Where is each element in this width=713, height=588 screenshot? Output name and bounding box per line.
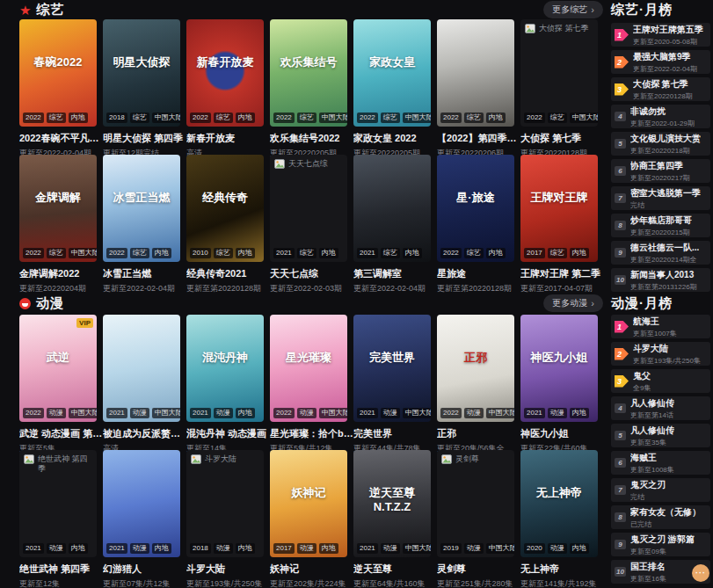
rank-item[interactable]: 1王牌对王牌第五季更新至2020-05-08期	[611, 23, 710, 47]
poster: 2021动漫中国大陆	[103, 315, 180, 422]
tag-badge: 内地	[403, 248, 422, 258]
video-card[interactable]: 逆天至尊 N.T.Z.Z2021动漫中国大陆逆天至尊更新至64集/共160集	[353, 450, 431, 588]
card-title: 完美世界	[353, 427, 437, 440]
rank-item-subtitle: 完结	[630, 200, 701, 210]
video-card[interactable]: 家政女皇2022综艺中国大陆家政女皇 2022更新至20220205期	[353, 19, 431, 159]
rank-item-title: 炒年糕店那哥哥	[630, 214, 692, 227]
chevron-right-icon: ›	[591, 4, 594, 15]
video-card[interactable]: 无上神帝2020动漫内地无上神帝更新至141集/共192集	[520, 450, 598, 588]
tag-badge: 动漫	[381, 408, 400, 418]
rank-item[interactable]: 9德云社德云一队...更新至20220214期全	[611, 241, 710, 265]
card-title: 无上神帝	[520, 563, 604, 576]
rank-badge: 9	[615, 248, 626, 258]
video-card[interactable]: 春碗20222022综艺内地2022春碗不平凡嗨Fun更新至2022-02-04…	[19, 19, 97, 159]
card-title: 大侦探 第七季	[520, 132, 604, 145]
video-card[interactable]: 完美世界2021动漫中国大陆完美世界更新至44集/共78集	[353, 315, 431, 454]
rank-item[interactable]: 2最强大脑第9季更新至2022-02-04期	[611, 50, 710, 74]
rank-item-title: 协商王第四季	[630, 160, 690, 172]
video-card[interactable]: 星·旅途2022综艺内地星旅途更新至第20220128期	[437, 155, 514, 294]
broken-alt-text: 大侦探 第七季	[539, 24, 589, 33]
rank-item-subtitle: 更新至193集/共250集	[633, 356, 701, 366]
rank-item[interactable]: 4非诚勿扰更新至2022-01-29期	[611, 105, 710, 128]
rank-item-texts: 大侦探 第七季更新至20220128期	[633, 78, 693, 101]
more-variety-label: 更多综艺	[552, 4, 587, 16]
rank-item[interactable]: 7鬼灭之刃完结	[611, 478, 710, 502]
rank-badge: 6	[615, 166, 626, 176]
tag-badge: 中国大陆	[486, 408, 514, 418]
rank-item-title: 凡人修仙传	[630, 425, 674, 437]
video-card[interactable]: 星光璀璨2022动漫中国大陆星光璀璨：拾个boss做老公更新至5集/共12集	[270, 315, 347, 454]
tag-badge: 2021	[357, 408, 378, 418]
poster-badges: 2022综艺中国大陆	[23, 248, 97, 258]
video-card[interactable]: 灵剑尊2019动漫中国大陆灵剑尊更新至251集/共280集	[437, 450, 514, 588]
video-card[interactable]: 经典传奇2010综艺内地经典传奇2021更新至第20220128期	[186, 155, 264, 294]
tag-badge: 2021	[23, 543, 44, 554]
poster-badges: 2022综艺内地	[23, 113, 88, 123]
card-subtitle: 更新至07集/共12集	[103, 578, 186, 588]
video-card[interactable]: 斗罗大陆2018动漫内地斗罗大陆更新至193集/共250集	[186, 450, 264, 588]
poster-title: 完美世界	[353, 351, 431, 365]
rank-item[interactable]: 9鬼灭之刃 游郭篇更新至09集	[611, 533, 710, 556]
card-title: 正邪	[437, 427, 520, 440]
video-card[interactable]: 2021动漫中国大陆被迫成为反派赘婿第二季高清	[103, 315, 180, 454]
tag-badge: 综艺	[47, 113, 66, 123]
rank-item[interactable]: 6海贼王更新至1008集	[611, 451, 710, 475]
anime-section-header: 动漫 更多动漫 ›	[19, 295, 603, 311]
fab-more-button[interactable]: ···	[692, 564, 709, 582]
rank-item-texts: 鬼灭之刃 游郭篇更新至09集	[630, 534, 695, 556]
video-card[interactable]: 天天七点综2021综艺内地天天七点综更新至2022-02-03期	[270, 155, 347, 294]
rank-item[interactable]: 3鬼父全9集	[611, 369, 710, 393]
rank-item[interactable]: 8炒年糕店那哥哥更新至20220215期	[611, 214, 710, 237]
rank-badge: 5	[615, 139, 626, 149]
tag-badge: 动漫	[214, 543, 233, 554]
rank-item[interactable]: 6协商王第四季更新至20220217期	[611, 159, 710, 183]
rank-item[interactable]: 2斗罗大陆更新至193集/共250集	[611, 342, 710, 366]
broken-alt-text: 绝世武神 第四季	[38, 454, 95, 474]
video-card[interactable]: 王牌对王牌2017综艺内地王牌对王牌 第二季更新至2017-04-07期	[520, 155, 598, 294]
anime-cards-row-1: 武逆VIP2022动漫中国大陆武逆 动态漫画 第二季更新至5集2021动漫中国大…	[19, 315, 598, 454]
more-variety-button[interactable]: 更多综艺 ›	[543, 1, 603, 18]
card-subtitle: 更新至12集	[19, 578, 103, 588]
card-subtitle: 更新至193集/共250集	[186, 578, 270, 588]
rank-item[interactable]: 8家有女友（无修）已完结	[611, 505, 710, 529]
video-card[interactable]: 金牌调解2022综艺中国大陆金牌调解2022更新至20220204期	[19, 155, 97, 294]
rank-item[interactable]: 3大侦探 第七季更新至20220128期	[611, 77, 710, 101]
broken-alt-text: 斗罗大陆	[205, 454, 236, 464]
video-card[interactable]: 新春开放麦2022综艺内地新春开放麦高清	[186, 19, 264, 159]
video-card[interactable]: 神医九小姐2021动漫内地神医九小姐更新至22集/共60集	[520, 315, 598, 454]
video-card[interactable]: 正邪2022动漫中国大陆正邪更新至20集/56集全	[437, 315, 514, 454]
rank-item[interactable]: 1航海王更新至1007集	[611, 315, 710, 338]
poster: 绝世武神 第四季2021动漫内地	[19, 450, 97, 557]
video-card[interactable]: 2021综艺内地第三调解室更新至2022-02-04期	[353, 155, 431, 294]
video-card[interactable]: 绝世武神 第四季2021动漫内地绝世武神 第四季更新至12集	[19, 450, 97, 588]
video-card[interactable]: 2021动漫内地幻游猎人更新至07集/共12集	[103, 450, 180, 588]
video-card[interactable]: 妖神记2017动漫内地妖神记更新至202集/共224集	[270, 450, 347, 588]
video-card[interactable]: 混沌丹神2021动漫内地混沌丹神 动态漫画更新至14集	[186, 315, 264, 454]
rank-item-title: 家有女友（无修）	[630, 506, 701, 519]
poster-badges: 2022综艺中国大陆	[524, 113, 598, 123]
tag-badge: 内地	[236, 248, 255, 258]
rank-item[interactable]: 5文化银儿演技大赏更新至20220218期	[611, 132, 710, 156]
video-card[interactable]: 冰雪正当燃2022综艺内地冰雪正当燃更新至2022-02-04期	[103, 155, 180, 294]
rank-badge: 3	[615, 375, 629, 388]
rank-item[interactable]: 7密室大逃脱第一季完结	[611, 186, 710, 210]
rank-item[interactable]: 5凡人修仙传更新至35集	[611, 424, 710, 447]
poster-badges: 2021动漫内地	[190, 408, 255, 418]
poster-badges: 2017动漫内地	[273, 543, 338, 554]
rank-item[interactable]: 4凡人修仙传更新至第14话	[611, 396, 710, 420]
video-card[interactable]: 武逆VIP2022动漫中国大陆武逆 动态漫画 第二季更新至5集	[19, 315, 97, 454]
poster: 大侦探 第七季2022综艺中国大陆	[520, 19, 598, 127]
broken-image-placeholder: 大侦探 第七季	[525, 24, 596, 36]
more-anime-button[interactable]: 更多动漫 ›	[543, 294, 603, 312]
video-card[interactable]: 明星大侦探2018综艺中国大陆明星大侦探 第四季更新至12期完结	[103, 19, 180, 159]
tag-badge: 内地	[319, 248, 338, 258]
video-card[interactable]: 2022综艺内地【2022】第四季【河南坠子...更新至20220206期	[437, 19, 514, 159]
video-card[interactable]: 欢乐集结号2022综艺中国大陆欢乐集结号2022更新至20220205期	[270, 19, 347, 159]
tag-badge: 综艺	[464, 248, 484, 258]
rank-item-title: 鬼灭之刃	[630, 479, 666, 491]
video-card[interactable]: 大侦探 第七季2022综艺中国大陆大侦探 第七季更新至20220128期	[520, 19, 598, 159]
rank-item[interactable]: 10新闻当事人2013更新至第20131226期	[611, 268, 710, 292]
poster-title: 经典传奇	[186, 191, 264, 205]
broken-alt-text: 天天七点综	[288, 159, 328, 169]
card-title: 绝世武神 第四季	[19, 563, 103, 576]
